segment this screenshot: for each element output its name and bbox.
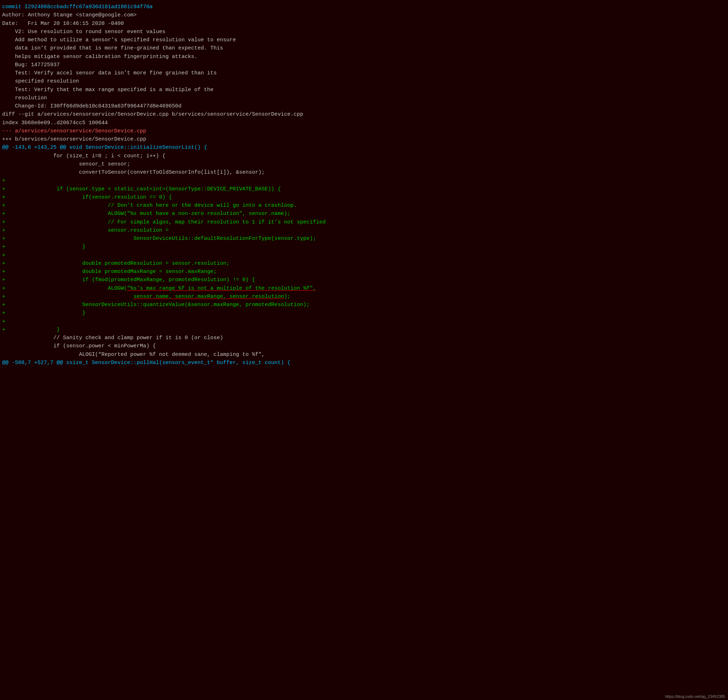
- code-line: commit I2924868ccbadcffc67a936d181ad1861…: [1, 3, 727, 11]
- code-line: ALOGI(“Reported power %f not deemed sane…: [1, 350, 727, 359]
- code-view: commit I2924868ccbadcffc67a936d181ad1861…: [1, 3, 727, 700]
- code-line: + if (fmod(promotedMaxRange, promotedRes…: [1, 276, 727, 284]
- code-line: // Sanity check and clamp power if it is…: [1, 334, 727, 342]
- code-line: resolution: [1, 94, 727, 102]
- code-line: + }: [1, 243, 727, 251]
- code-line: if (sensor.power < minPowerMa) {: [1, 342, 727, 350]
- code-line: + SensorDeviceUtils::defaultResolutionFo…: [1, 234, 727, 243]
- code-line: diff --git a/services/sensorservice/Sens…: [1, 110, 727, 119]
- code-line: Date: Fri Mar 20 10:46:15 2020 -0400: [1, 20, 727, 28]
- code-line: convertToSensor(convertToOldSensorInfo(l…: [1, 168, 727, 176]
- code-line: + double promotedResolution = sensor.res…: [1, 259, 727, 268]
- code-line: +: [1, 176, 727, 185]
- code-line: --- a/services/sensorservice/SensorDevic…: [1, 127, 727, 135]
- code-line: @@ -143,6 +143,25 @@ void SensorDevice::…: [1, 143, 727, 152]
- code-line: + ALOGW("%s’s max range %f is not a mult…: [1, 284, 727, 292]
- code-line: + // For simple algos, map their resolut…: [1, 218, 727, 226]
- code-line: V2: Use resolution to round sensor event…: [1, 28, 727, 36]
- code-line: Add method to utilize a sensor’s specifi…: [1, 36, 727, 44]
- code-line: + sensor.name, sensor.maxRange, sensor.r…: [1, 292, 727, 301]
- code-line: sensor_t sensor;: [1, 160, 727, 168]
- code-line: Test: Verify that the max range specifie…: [1, 86, 727, 94]
- code-line: + SensorDeviceUtils::quantizeValue(&sens…: [1, 301, 727, 309]
- code-line: +: [1, 251, 727, 259]
- code-line: Author: Anthony Stange <stange@google.co…: [1, 11, 727, 19]
- code-line: + // Don’t crash here or the device will…: [1, 201, 727, 210]
- code-line: index 3b68e0e09..d20674cc5 100644: [1, 119, 727, 127]
- code-line: + }: [1, 309, 727, 317]
- code-line: Bug: 147725937: [1, 61, 727, 69]
- code-line: Test: Verify accel sensor data isn’t mor…: [1, 69, 727, 77]
- code-line: data isn’t provided that is more fine-gr…: [1, 44, 727, 52]
- code-line: + if (sensor.type < static_cast<int>(Sen…: [1, 185, 727, 193]
- code-line: + ALOGW("%s must have a non-zero resolut…: [1, 210, 727, 218]
- code-line: + if(sensor.resolution == 0) {: [1, 193, 727, 201]
- code-line: + sensor.resolution =: [1, 226, 727, 234]
- code-line: @@ -508,7 +527,7 @@ ssize_t SensorDevice…: [1, 359, 727, 367]
- code-line: Change-Id: I30ff66d9deb10c84319a63f99644…: [1, 102, 727, 110]
- code-line: +++ b/services/sensorservice/SensorDevic…: [1, 135, 727, 143]
- watermark: https://blog.csdn.net/qq_23452385: [665, 694, 725, 699]
- code-line: helps mitigate sensor calibration finger…: [1, 53, 727, 61]
- code-line: + double promotedMaxRange = sensor.maxRa…: [1, 268, 727, 276]
- code-line: + }: [1, 325, 727, 334]
- code-line: +: [1, 317, 727, 325]
- code-line: specified resolution: [1, 77, 727, 85]
- code-line: for (size_t i=0 ; i < count; i++) {: [1, 152, 727, 160]
